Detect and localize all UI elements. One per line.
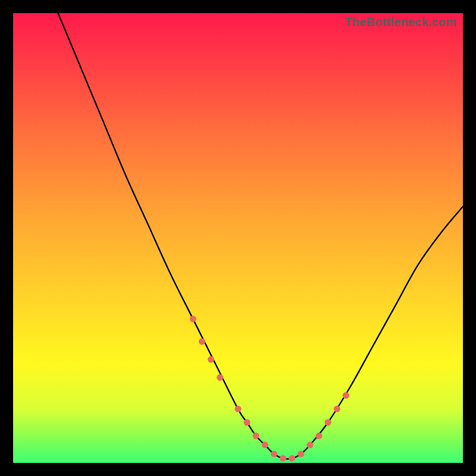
marker-dot: [199, 338, 205, 345]
marker-dot: [307, 441, 314, 448]
marker-dot: [235, 406, 242, 412]
highlight-markers: [190, 316, 349, 462]
marker-dot: [298, 450, 304, 457]
marker-dot: [343, 392, 349, 399]
chart-frame: TheBottleneck.com: [0, 0, 476, 476]
marker-dot: [289, 455, 295, 462]
plot-area: TheBottleneck.com: [13, 13, 463, 463]
marker-dot: [334, 406, 340, 412]
marker-dot: [244, 419, 250, 426]
marker-dot: [208, 356, 214, 363]
marker-dot: [325, 419, 331, 426]
bottleneck-curve: [58, 13, 463, 459]
marker-dot: [217, 374, 223, 381]
marker-dot: [271, 450, 277, 457]
marker-dot: [280, 455, 286, 462]
marker-dot: [253, 433, 259, 439]
marker-dot: [316, 433, 322, 439]
marker-dot: [262, 441, 268, 448]
marker-dot: [190, 316, 196, 322]
curve-svg: [13, 13, 463, 463]
